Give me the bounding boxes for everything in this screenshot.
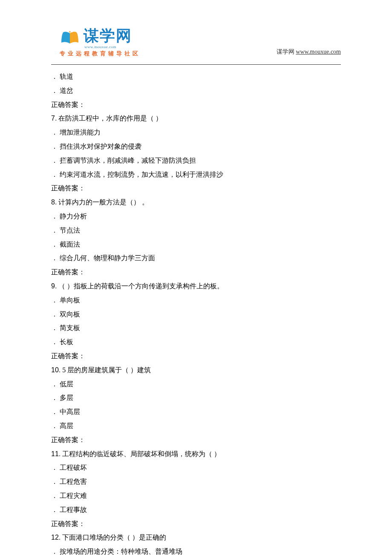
option-line: ． 低层 <box>51 377 341 391</box>
site-label: 谋学网 <box>277 49 296 55</box>
logo-area: 谋学网 www.mouxue.com 专业远程教育辅导社区 <box>60 26 141 58</box>
option-line: ． 高层 <box>51 419 341 433</box>
book-logo-icon <box>60 29 80 46</box>
option-line: ． 轨道 <box>51 70 341 84</box>
logo-text: 谋学网 <box>84 26 132 46</box>
question-block: 8. 计算内力的一般方法是（） 。 ． 静力分析 ． 节点法 ． 截面法 ． 综… <box>51 196 341 279</box>
option-line: ． 工程事故 <box>51 503 341 517</box>
question-block: 11. 工程结构的临近破坏、局部破坏和倒塌，统称为（ ） ． 工程破坏 ． 工程… <box>51 447 341 531</box>
option-line: ． 综合几何、物理和静力学三方面 <box>51 251 341 265</box>
option-line: ． 静力分析 <box>51 210 341 224</box>
option-line: ． 双向板 <box>51 308 341 322</box>
option-line: ． 挡住洪水对保护对象的侵袭 <box>51 140 341 154</box>
option-line: ． 工程危害 <box>51 475 341 489</box>
option-line: ． 长板 <box>51 335 341 349</box>
header-source: 谋学网 www.mouxue.com <box>277 48 341 58</box>
answer-line: 正确答案： <box>51 349 341 363</box>
question-stem: 8. 计算内力的一般方法是（） 。 <box>51 196 341 210</box>
option-line: ． 单向板 <box>51 293 341 308</box>
option-line: ． 约束河道水流，控制流势，加大流速，以利于泄洪排沙 <box>51 168 341 182</box>
question-stem: 12. 下面港口堆场的分类（ ）是正确的 <box>51 531 341 545</box>
logo-main: 谋学网 www.mouxue.com <box>60 26 141 49</box>
option-line: ． 多层 <box>51 391 341 405</box>
logo-subtitle: 专业远程教育辅导社区 <box>60 50 141 58</box>
option-line: ． 增加泄洪能力 <box>51 126 341 140</box>
question-stem: 9. （ ）指板上的荷载沿一个方向传递到支承构件上的板。 <box>51 279 341 293</box>
option-line: ． 简支板 <box>51 321 341 335</box>
site-link[interactable]: www.mouxue.com <box>296 49 341 55</box>
answer-line: 正确答案： <box>51 181 341 196</box>
question-stem: 7. 在防洪工程中，水库的作用是（ ） <box>51 112 341 126</box>
question-block: 9. （ ）指板上的荷载沿一个方向传递到支承构件上的板。 ． 单向板 ． 双向板… <box>51 279 341 363</box>
option-line: ． 工程灾难 <box>51 489 341 503</box>
answer-line: 正确答案： <box>51 517 341 531</box>
option-line: ． 道岔 <box>51 84 341 98</box>
question-stem: 10. 5 层的房屋建筑属于（ ）建筑 <box>51 363 341 377</box>
page-header: 谋学网 www.mouxue.com 专业远程教育辅导社区 谋学网 www.mo… <box>0 0 392 62</box>
document-content: ． 轨道 ． 道岔 正确答案： 7. 在防洪工程中，水库的作用是（ ） ． 增加… <box>0 65 392 555</box>
option-line: ． 中高层 <box>51 405 341 419</box>
question-block: 7. 在防洪工程中，水库的作用是（ ） ． 增加泄洪能力 ． 挡住洪水对保护对象… <box>51 112 341 196</box>
answer-line: 正确答案： <box>51 265 341 279</box>
option-line: ． 工程破坏 <box>51 461 341 475</box>
question-stem: 11. 工程结构的临近破坏、局部破坏和倒塌，统称为（ ） <box>51 447 341 461</box>
option-line: ． 拦蓄调节洪水，削减洪峰，减轻下游防洪负担 <box>51 154 341 168</box>
logo-text-block: 谋学网 www.mouxue.com <box>84 26 132 49</box>
question-block: 12. 下面港口堆场的分类（ ）是正确的 ． 按堆场的用途分类：特种堆场、普通堆… <box>51 531 341 555</box>
option-line: ． 按堆场的用途分类：特种堆场、普通堆场 <box>51 545 341 555</box>
option-line: ． 截面法 <box>51 238 341 252</box>
question-block: 10. 5 层的房屋建筑属于（ ）建筑 ． 低层 ． 多层 ． 中高层 ． 高层… <box>51 363 341 447</box>
answer-line: 正确答案： <box>51 98 341 112</box>
answer-line: 正确答案： <box>51 433 341 447</box>
option-line: ． 节点法 <box>51 224 341 238</box>
